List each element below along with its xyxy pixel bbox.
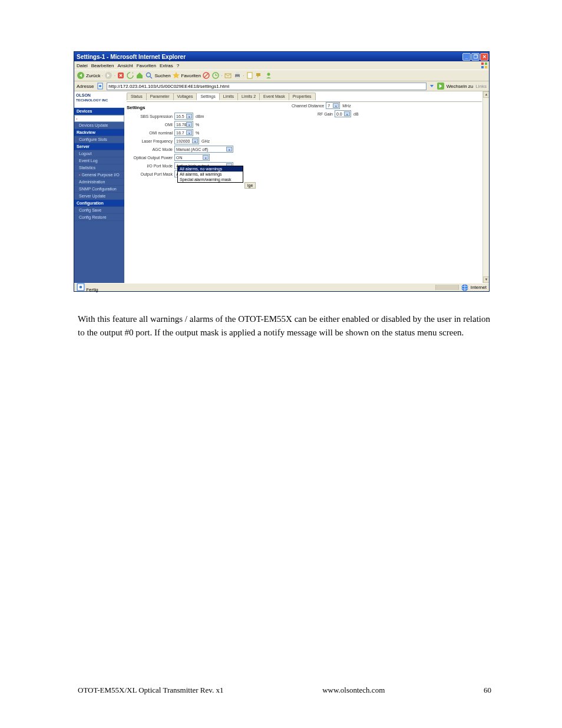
svg-point-19 xyxy=(99,85,101,87)
address-dropdown-icon[interactable] xyxy=(429,82,435,90)
unit-mhz: MHz xyxy=(342,104,351,108)
tab-limits[interactable]: Limits xyxy=(219,93,238,100)
label-output-port-mask: Output Port Mask xyxy=(127,172,173,176)
tab-properties[interactable]: Properties xyxy=(289,93,316,100)
go-button[interactable] xyxy=(437,83,444,90)
menu-fav[interactable]: Favoriten xyxy=(137,63,156,68)
tab-bar: Status Parameter Voltages Settings Limit… xyxy=(127,93,482,100)
favorites-icon[interactable] xyxy=(172,71,180,80)
discuss-button[interactable] xyxy=(255,71,263,80)
status-done-icon xyxy=(77,283,85,291)
sidebar-section-configuration[interactable]: Configuration xyxy=(74,200,124,207)
maximize-button[interactable]: ❐ xyxy=(471,53,480,61)
menu-extras[interactable]: Extras xyxy=(160,63,173,68)
select-optical-output-power[interactable]: ON▾ xyxy=(174,154,210,161)
svg-line-8 xyxy=(150,77,152,78)
select-sbs-suppression[interactable]: 16.5▾ xyxy=(174,113,193,120)
sidebar-item-bk-es80a[interactable]: ▪BK-ES80A xyxy=(74,115,124,122)
menu-help[interactable]: ? xyxy=(177,63,179,68)
select-agc-mode[interactable]: Manual (AGC off)▾ xyxy=(174,146,233,153)
menu-bar: Datei Bearbeiten Ansicht Favoriten Extra… xyxy=(74,61,489,70)
row-omi-nominal: OMI nominal 18.7▾ % xyxy=(127,129,482,136)
select-rf-gain[interactable]: 0.0▾ xyxy=(335,110,351,117)
row-rf-gain: RF Gain 0.0▾ dB xyxy=(292,110,359,117)
chevron-down-icon[interactable]: ▾ xyxy=(344,111,350,116)
sidebar-item-statistics[interactable]: Statistics xyxy=(74,164,124,172)
select-omi[interactable]: 18.78▾ xyxy=(174,121,193,128)
print-button[interactable] xyxy=(233,71,242,80)
chevron-down-icon[interactable]: ▾ xyxy=(226,147,232,151)
minimize-button[interactable]: _ xyxy=(462,53,471,61)
select-channel-distance[interactable]: 7▾ xyxy=(326,102,340,109)
chevron-down-icon[interactable]: ▾ xyxy=(186,130,192,135)
media-button[interactable] xyxy=(202,71,210,80)
sidebar-item-general-purpose-io[interactable]: ▪General Purpose I/O xyxy=(74,172,124,179)
sidebar-item-event-log[interactable]: Event Log xyxy=(74,157,124,164)
search-icon[interactable] xyxy=(145,71,153,80)
body-paragraph: With this feature all warnings / alarms … xyxy=(78,312,490,340)
row-agc-mode: AGC Mode Manual (AGC off)▾ xyxy=(127,146,482,153)
messenger-button[interactable] xyxy=(265,71,273,80)
chevron-down-icon[interactable]: ▾ xyxy=(186,122,192,127)
unit-db: dB xyxy=(353,112,359,116)
dropdown-option[interactable]: All alarms, all warnings xyxy=(178,172,243,177)
sidebar-item-configure-slots[interactable]: Configure Slots xyxy=(74,136,124,143)
dropdown-option[interactable]: All alarms, no warnings xyxy=(178,166,243,172)
tab-event-mask[interactable]: Event Mask xyxy=(259,93,289,100)
sidebar-item-devices-update[interactable]: Devices Update xyxy=(74,122,124,129)
page-footer: OTOT-EM55X/XL Optical Transmitter Rev. x… xyxy=(0,686,562,695)
sidebar-item-snmp-configuration[interactable]: SNMP Configuration xyxy=(74,186,124,193)
sidebar-section-devices[interactable]: Devices xyxy=(74,108,124,115)
label-rf-gain: RF Gain xyxy=(292,112,333,116)
brand-logo: OLSON TECHNOLOGY INC xyxy=(74,91,124,108)
menu-file[interactable]: Datei xyxy=(77,63,88,68)
links-label[interactable]: Links xyxy=(475,84,487,89)
dropdown-option[interactable]: Special alarm/warning mask xyxy=(178,177,243,182)
select-omi-nominal[interactable]: 18.7▾ xyxy=(174,129,193,136)
favorites-label[interactable]: Favoriten xyxy=(181,73,201,78)
mail-button[interactable] xyxy=(224,71,232,80)
history-button[interactable] xyxy=(211,71,220,80)
select-laser-frequency[interactable]: 192600▾ xyxy=(174,137,199,144)
menu-view[interactable]: Ansicht xyxy=(117,63,133,68)
tab-parameter[interactable]: Parameter xyxy=(146,93,174,100)
internet-zone-icon xyxy=(461,284,469,292)
tab-voltages[interactable]: Voltages xyxy=(173,93,197,100)
back-button[interactable] xyxy=(77,71,85,80)
svg-rect-3 xyxy=(485,66,487,68)
output-port-mask-dropdown[interactable]: All alarms, no warnings All alarms, all … xyxy=(177,166,243,183)
partial-button[interactable]: ige xyxy=(244,182,256,189)
refresh-button[interactable] xyxy=(126,71,134,80)
forward-button[interactable] xyxy=(104,71,113,80)
status-right-text: Internet xyxy=(471,285,487,290)
label-io-port-mode: I/O Port Mode xyxy=(127,164,173,168)
menu-edit[interactable]: Bearbeiten xyxy=(91,63,114,68)
sidebar-item-logout[interactable]: Logout xyxy=(74,150,124,157)
chevron-down-icon[interactable]: ▾ xyxy=(186,114,192,118)
address-input[interactable] xyxy=(107,83,426,90)
sidebar-item-administration[interactable]: Administration xyxy=(74,179,124,186)
chevron-down-icon[interactable]: ▾ xyxy=(203,155,209,160)
home-button[interactable] xyxy=(135,71,144,80)
label-laser-frequency: Laser Frequency xyxy=(127,139,173,143)
tab-limits-2[interactable]: Limits 2 xyxy=(237,93,260,100)
back-label[interactable]: Zurück xyxy=(86,73,100,78)
sidebar-section-server[interactable]: Server xyxy=(74,143,124,150)
edit-button[interactable] xyxy=(246,71,254,80)
sidebar-item-config-restore[interactable]: Config Restore xyxy=(74,214,124,221)
stop-button[interactable] xyxy=(117,71,125,80)
chevron-down-icon[interactable]: ▾ xyxy=(333,103,339,108)
close-button[interactable]: ✕ xyxy=(480,53,488,61)
chevron-down-icon[interactable]: ▾ xyxy=(192,139,198,143)
tab-status[interactable]: Status xyxy=(127,93,147,100)
address-label: Adresse xyxy=(77,84,94,89)
sidebar-section-rackview[interactable]: Rackview xyxy=(74,129,124,136)
svg-point-17 xyxy=(267,73,270,76)
go-label[interactable]: Wechseln zu xyxy=(447,84,474,89)
unit-dbm: dBm xyxy=(195,114,204,118)
search-label[interactable]: Suchen xyxy=(154,73,170,78)
tab-settings[interactable]: Settings xyxy=(196,93,219,100)
sidebar-item-config-save[interactable]: Config Save xyxy=(74,207,124,214)
unit-percent: % xyxy=(195,123,199,127)
sidebar-item-server-update[interactable]: Server Update xyxy=(74,193,124,200)
